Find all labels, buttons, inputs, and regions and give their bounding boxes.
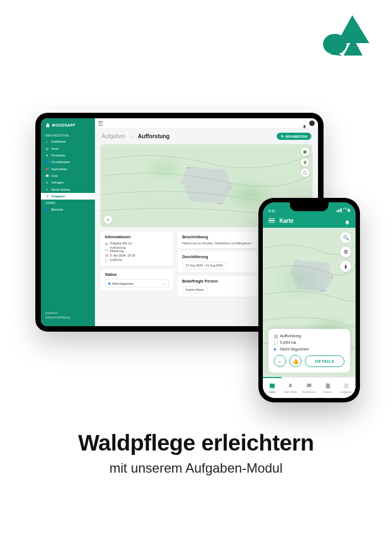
svg-marker-8 bbox=[345, 266, 347, 270]
sidebar-item-karte[interactable]: ▤Karte bbox=[41, 145, 95, 151]
area-icon: ⛶ bbox=[105, 259, 108, 261]
map-parcel-polygon[interactable] bbox=[290, 260, 332, 291]
chat-icon bbox=[306, 383, 312, 389]
status-indicators bbox=[337, 208, 350, 213]
tag-icon: ▧ bbox=[274, 334, 278, 338]
description-text: Pflanzung von Buchen, Stieleichen und Be… bbox=[182, 242, 252, 245]
headline-title: Waldpflege erleichtern bbox=[0, 430, 392, 456]
duration-chip[interactable]: 17 Aug 2024 - 21 Aug 2024 bbox=[182, 261, 226, 269]
sidebar-item-grundbesitzer[interactable]: 👥Grundbesitzer bbox=[41, 159, 95, 165]
card-heading: Durchführung bbox=[182, 255, 252, 259]
sidebar-section-admin: ADMIN bbox=[41, 200, 95, 206]
phone-map-tools: 🔍 ⦿ bbox=[340, 232, 351, 272]
card-heading: Beauftragte Person bbox=[182, 279, 252, 283]
card-durchfuehrung: Durchführung 17 Aug 2024 - 21 Aug 2024 bbox=[178, 252, 257, 273]
sidebar-item-chat[interactable]: 💬Chat bbox=[41, 172, 95, 179]
sidebar-section-organization: ORGANIZATION bbox=[41, 132, 95, 138]
impressum-link[interactable]: Impressum bbox=[45, 311, 91, 316]
map-layers-button[interactable]: ≡ bbox=[104, 216, 112, 224]
tab-nachrichten[interactable]: Nachrichten bbox=[300, 378, 319, 398]
map-parcel-polygon[interactable] bbox=[182, 167, 231, 204]
svg-rect-1 bbox=[337, 210, 338, 212]
card-heading: Status bbox=[105, 273, 169, 276]
brand-name: WOODSAPP bbox=[52, 123, 76, 127]
phone-screen: 9:41 Karte bbox=[263, 202, 356, 398]
popup-details-button[interactable]: DETAILS bbox=[305, 355, 345, 367]
sidebar: WOODSAPP ORGANIZATION ⌂Dashboard ▤Karte … bbox=[41, 118, 95, 326]
user-icon: 👤 bbox=[45, 208, 49, 211]
note-icon: ✎ bbox=[45, 188, 49, 191]
tab-mein-wald[interactable]: Mein Wald bbox=[282, 378, 300, 398]
sidebar-item-aufgaben[interactable]: ☰Aufgaben bbox=[41, 193, 95, 200]
phone-notch bbox=[290, 202, 329, 211]
map-locate-button[interactable]: ⦿ bbox=[340, 247, 351, 258]
brand-tree-logo bbox=[319, 12, 372, 59]
sidebar-item-benutzer[interactable]: 👤Benutzer bbox=[41, 206, 95, 212]
compass-icon[interactable] bbox=[340, 261, 351, 272]
topbar bbox=[95, 118, 318, 128]
edit-button-label: BEARBEITEN bbox=[285, 135, 307, 138]
sidebar-item-meine-notizen[interactable]: ✎Meine Notizen bbox=[41, 186, 95, 193]
list-icon: ☰ bbox=[45, 195, 49, 198]
avatar[interactable] bbox=[309, 121, 315, 126]
bell-icon[interactable] bbox=[303, 121, 306, 125]
area-icon: ⛶ bbox=[274, 341, 278, 344]
breadcrumb: Aufgaben → Aufforstung ✎ BEARBEITEN bbox=[95, 128, 318, 142]
phone-device: 9:41 Karte bbox=[258, 198, 360, 402]
status-select[interactable]: Nicht begonnen ⌄ bbox=[105, 279, 169, 287]
breadcrumb-parent[interactable]: Aufgaben bbox=[102, 133, 125, 139]
map-delete-button[interactable]: 🗑 bbox=[301, 158, 309, 166]
chevron-down-icon: ⌄ bbox=[163, 281, 166, 285]
headline-subtitle: mit unserem Aufgaben-Modul bbox=[0, 460, 392, 476]
tree-icon bbox=[287, 383, 294, 389]
assignee-chip[interactable]: Sophia Mann bbox=[182, 286, 207, 294]
svg-rect-3 bbox=[340, 209, 341, 212]
map-info-button[interactable]: ⓘ bbox=[301, 169, 309, 177]
breadcrumb-current: Aufforstung bbox=[138, 133, 169, 139]
sidebar-item-nachrichten[interactable]: 📣Nachrichten bbox=[41, 166, 95, 172]
tag-icon: 🏷 bbox=[105, 248, 108, 251]
status-time: 9:41 bbox=[268, 209, 276, 213]
edit-button[interactable]: ✎ BEARBEITEN bbox=[277, 133, 311, 140]
brand-tree-icon bbox=[45, 123, 50, 128]
svg-rect-4 bbox=[341, 208, 342, 212]
card-informationen: Informationen ▧Aufgabe 001.12 🏷 Aufforst… bbox=[100, 232, 173, 266]
chat-icon: 💬 bbox=[45, 174, 49, 177]
status-dot-icon bbox=[274, 348, 276, 350]
bell-icon[interactable] bbox=[345, 218, 350, 223]
phone-icon: ✆ bbox=[45, 181, 49, 184]
tree-icon: ❋ bbox=[45, 154, 49, 157]
phone-map-popup: ▧Aufforstung ⛶5,654 ha Nicht begonnen ← … bbox=[268, 329, 350, 373]
calendar-icon: 📅 bbox=[105, 254, 108, 257]
hamburger-icon[interactable] bbox=[98, 121, 103, 125]
sidebar-item-flurstuecke[interactable]: ❋Flurstücke bbox=[41, 152, 95, 159]
tab-karte[interactable]: Karte bbox=[263, 377, 282, 398]
sidebar-item-dashboard[interactable]: ⌂Dashboard bbox=[41, 138, 95, 145]
hamburger-icon[interactable] bbox=[268, 218, 275, 223]
card-status: Status Nicht begonnen ⌄ bbox=[100, 269, 173, 291]
hash-icon: ▧ bbox=[105, 242, 108, 245]
list-icon bbox=[343, 383, 349, 389]
privacy-link[interactable]: Datenschutzerklärung bbox=[45, 316, 91, 321]
svg-rect-6 bbox=[348, 210, 350, 212]
phone-header: Karte bbox=[263, 213, 356, 228]
phone-tabbar: Karte Mein Wald Nachrichten Notizen Aufg… bbox=[263, 377, 356, 398]
note-icon bbox=[325, 383, 331, 389]
popup-like-button[interactable]: 👍 bbox=[289, 355, 301, 367]
sidebar-brand: WOODSAPP bbox=[41, 122, 95, 132]
status-dot-icon bbox=[108, 282, 110, 285]
card-beauftragte-person: Beauftragte Person Sophia Mann bbox=[178, 276, 257, 297]
map-icon: ▤ bbox=[45, 147, 49, 150]
tab-notizen[interactable]: Notizen bbox=[319, 378, 337, 398]
sidebar-footer: Impressum Datenschutzerklärung bbox=[41, 308, 95, 326]
map-search-button[interactable]: 🔍 bbox=[340, 232, 351, 243]
card-beschreibung: Beschreibung Pflanzung von Buchen, Stiel… bbox=[178, 232, 257, 248]
sidebar-item-anfragen[interactable]: ✆Anfragen bbox=[41, 179, 95, 186]
megaphone-icon: 📣 bbox=[45, 167, 49, 171]
popup-back-button[interactable]: ← bbox=[274, 355, 286, 367]
home-icon: ⌂ bbox=[45, 140, 49, 143]
phone-map[interactable]: 🔍 ⦿ ▧Aufforstung ⛶5,654 ha Nicht begonne… bbox=[263, 228, 356, 377]
tab-aufgaben[interactable]: Aufgaben bbox=[337, 378, 356, 398]
map-basemap-button[interactable]: ▦ bbox=[301, 148, 309, 156]
marketing-headline: Waldpflege erleichtern mit unserem Aufga… bbox=[0, 430, 392, 476]
